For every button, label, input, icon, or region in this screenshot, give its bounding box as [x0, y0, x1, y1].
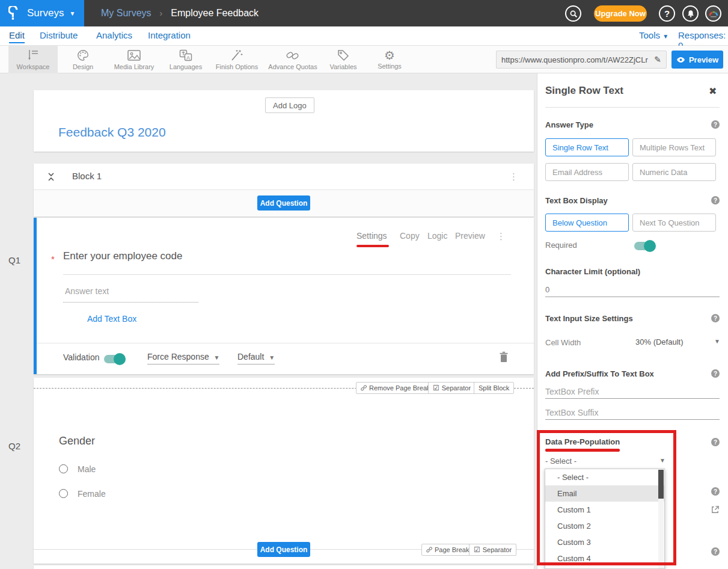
dropdown-option-email[interactable]: Email: [545, 485, 664, 502]
hidden-section-help-icon-2[interactable]: ?: [711, 547, 720, 556]
toggle-knob: [114, 353, 126, 365]
answer-type-email-address[interactable]: Email Address: [545, 163, 629, 181]
toolbar-item-advance-quotas[interactable]: Advance Quotas: [265, 46, 321, 73]
dropdown-option-custom-2[interactable]: Custom 2: [545, 518, 664, 534]
answer-type-numeric-data[interactable]: Numeric Data: [632, 163, 716, 181]
q1-tab-preview[interactable]: Preview: [455, 231, 485, 241]
search-button[interactable]: [565, 5, 581, 22]
add-text-box-link[interactable]: Add Text Box: [87, 314, 136, 324]
magic-wand-icon: [230, 49, 244, 62]
tab-integration[interactable]: Integration: [148, 30, 191, 40]
block-name[interactable]: Block 1: [72, 171, 102, 181]
survey-header-card: Add Logo Feedback Q3 2020: [34, 90, 534, 152]
breadcrumb-parent-link[interactable]: My Surveys: [101, 8, 151, 19]
q2-option-male-label: Male: [78, 464, 96, 474]
dropdown-scrollbar-thumb[interactable]: [658, 470, 664, 499]
dropdown-option-custom-3[interactable]: Custom 3: [545, 534, 664, 550]
hidden-section-help-icon[interactable]: ?: [711, 487, 720, 496]
character-limit-input[interactable]: [545, 285, 714, 294]
answer-type-header: Answer Type: [545, 120, 593, 129]
separator-toggle-button[interactable]: ☑ Separator: [428, 382, 476, 394]
textbox-prefix-input[interactable]: [545, 387, 714, 396]
dropdown-option-select[interactable]: - Select -: [545, 469, 664, 485]
edit-url-pencil-icon[interactable]: ✎: [649, 55, 666, 64]
validation-toggle[interactable]: [104, 355, 124, 363]
survey-title[interactable]: Feedback Q3 2020: [58, 125, 166, 140]
separator-toggle-button-bottom[interactable]: ☑ Separator: [469, 544, 516, 556]
force-response-dropdown[interactable]: Force Response ▼: [147, 352, 219, 364]
block-menu-dots-icon[interactable]: ⋮: [509, 171, 518, 182]
notifications-button[interactable]: [682, 5, 699, 22]
answer-type-help-icon[interactable]: ?: [711, 120, 720, 129]
question-1-card[interactable]: Settings Copy Logic Preview ⋮ * Enter yo…: [34, 218, 534, 374]
toolbar-item-media-library[interactable]: Media Library: [107, 46, 161, 73]
upgrade-now-button[interactable]: Upgrade Now: [594, 5, 647, 22]
checkbox-checked-icon: ☑: [474, 546, 480, 554]
dropdown-option-custom-4[interactable]: Custom 4: [545, 550, 664, 567]
q1-tab-copy[interactable]: Copy: [400, 231, 420, 241]
chevron-down-icon: ▼: [214, 354, 220, 361]
suffix-underline: [545, 419, 720, 420]
help-button[interactable]: ?: [659, 5, 675, 22]
chevron-down-icon: ▼: [269, 354, 275, 361]
q1-menu-dots-icon[interactable]: ⋮: [497, 231, 506, 242]
page-2-card: Remove Page Break ☑ Separator Split Bloc…: [34, 378, 534, 564]
data-pre-population-select-value[interactable]: - Select -: [545, 457, 577, 466]
page-break-button[interactable]: Page Break: [421, 544, 474, 556]
q2-question-text[interactable]: Gender: [59, 435, 95, 448]
survey-url-input[interactable]: [497, 55, 649, 64]
q1-tab-logic[interactable]: Logic: [427, 231, 447, 241]
cell-width-value[interactable]: 30% (Default): [635, 337, 683, 346]
dropdown-scrollbar-track[interactable]: [658, 470, 664, 569]
q1-question-text[interactable]: Enter your employee code: [63, 250, 182, 262]
data-pre-population-caret-icon[interactable]: ▼: [659, 457, 665, 464]
toolbar-item-finish-options[interactable]: Finish Options: [210, 46, 263, 73]
next-block-card-edge: [34, 565, 534, 569]
q1-tab-settings[interactable]: Settings: [356, 231, 387, 241]
external-link-icon[interactable]: [711, 505, 720, 514]
required-toggle[interactable]: [634, 242, 655, 250]
prefix-suffix-help-icon[interactable]: ?: [711, 369, 720, 378]
workspace-icon: [26, 49, 40, 62]
tools-menu[interactable]: Tools ▼: [639, 30, 668, 40]
display-below-question[interactable]: Below Question: [545, 214, 629, 232]
cell-width-dropdown-caret-icon[interactable]: ▼: [714, 338, 720, 345]
dropdown-option-custom-1[interactable]: Custom 1: [545, 502, 664, 518]
text-input-size-help-icon[interactable]: ?: [711, 314, 720, 322]
tab-analytics[interactable]: Analytics: [96, 30, 132, 40]
toolbar-item-settings[interactable]: ⚙ Settings: [368, 46, 411, 73]
breadcrumb: My Surveys › Employee Feedback: [101, 0, 258, 26]
product-switcher[interactable]: Surveys ▼: [0, 0, 84, 26]
product-name: Surveys: [27, 7, 64, 19]
toolbar-item-workspace[interactable]: Workspace: [8, 46, 58, 73]
text-box-display-help-icon[interactable]: ?: [711, 196, 720, 205]
remove-page-break-button[interactable]: Remove Page Break: [356, 382, 435, 394]
answer-type-single-row[interactable]: Single Row Text: [545, 138, 629, 156]
validation-default-dropdown[interactable]: Default ▼: [237, 352, 275, 364]
delete-question-trash-icon[interactable]: [499, 351, 509, 363]
add-logo-button[interactable]: Add Logo: [265, 97, 314, 113]
add-question-button-bottom[interactable]: Add Question: [257, 542, 310, 557]
tab-distribute[interactable]: Distribute: [40, 30, 78, 40]
q1-answer-text-input[interactable]: [65, 286, 197, 296]
q2-radio-male[interactable]: [59, 464, 68, 473]
translate-icon: A: [179, 49, 193, 62]
preview-button[interactable]: Preview: [671, 51, 723, 69]
collapse-block-icon[interactable]: [47, 171, 55, 182]
block-card: Block 1 ⋮ Add Question: [34, 164, 534, 217]
textbox-suffix-input[interactable]: [545, 408, 714, 417]
tab-edit[interactable]: Edit: [9, 30, 25, 43]
add-question-button[interactable]: Add Question: [257, 195, 310, 211]
toolbar-item-design[interactable]: Design: [63, 46, 103, 73]
account-menu-button[interactable]: [705, 5, 721, 22]
split-block-button[interactable]: Split Block: [474, 382, 514, 394]
display-next-to-question[interactable]: Next To Question: [632, 214, 716, 232]
q2-radio-female[interactable]: [59, 489, 68, 498]
toolbar-item-languages[interactable]: A Languages: [165, 46, 207, 73]
close-panel-icon[interactable]: ✖: [709, 85, 717, 97]
toolbar-item-variables[interactable]: Variables: [323, 46, 363, 73]
answer-type-multiple-rows[interactable]: Multiple Rows Text: [632, 138, 716, 156]
eye-icon: [676, 57, 685, 63]
broken-link-icon: [426, 547, 432, 553]
data-pre-population-help-icon[interactable]: ?: [711, 438, 720, 446]
